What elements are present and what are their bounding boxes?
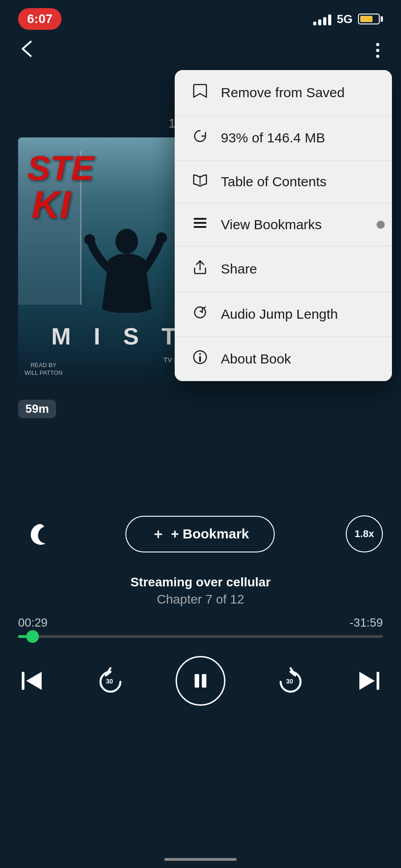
bookmark-icon bbox=[191, 83, 209, 103]
svg-rect-10 bbox=[194, 222, 206, 224]
svg-rect-9 bbox=[194, 218, 206, 220]
list-icon bbox=[191, 216, 209, 233]
dropdown-overlay: Remove from Saved 93% of 146.4 MB Table … bbox=[0, 0, 401, 868]
dropdown-menu: Remove from Saved 93% of 146.4 MB Table … bbox=[175, 70, 392, 381]
dropdown-item-about-book[interactable]: About Book bbox=[175, 337, 392, 381]
audio-jump-icon bbox=[191, 305, 209, 324]
dropdown-item-table-of-contents[interactable]: Table of Contents bbox=[175, 160, 392, 203]
dropdown-item-download-progress[interactable]: 93% of 146.4 MB bbox=[175, 116, 392, 160]
svg-point-13 bbox=[199, 353, 201, 355]
svg-rect-14 bbox=[199, 356, 201, 362]
info-icon bbox=[191, 349, 209, 368]
share-icon bbox=[191, 259, 209, 279]
dropdown-item-share[interactable]: Share bbox=[175, 246, 392, 292]
refresh-icon bbox=[191, 128, 209, 147]
dropdown-item-remove-saved[interactable]: Remove from Saved bbox=[175, 70, 392, 116]
book-open-icon bbox=[191, 173, 209, 190]
dropdown-item-view-bookmarks[interactable]: View Bookmarks bbox=[175, 203, 392, 246]
dropdown-item-audio-jump-length[interactable]: Audio Jump Length bbox=[175, 292, 392, 337]
scroll-indicator bbox=[377, 221, 385, 229]
svg-rect-11 bbox=[194, 226, 206, 228]
